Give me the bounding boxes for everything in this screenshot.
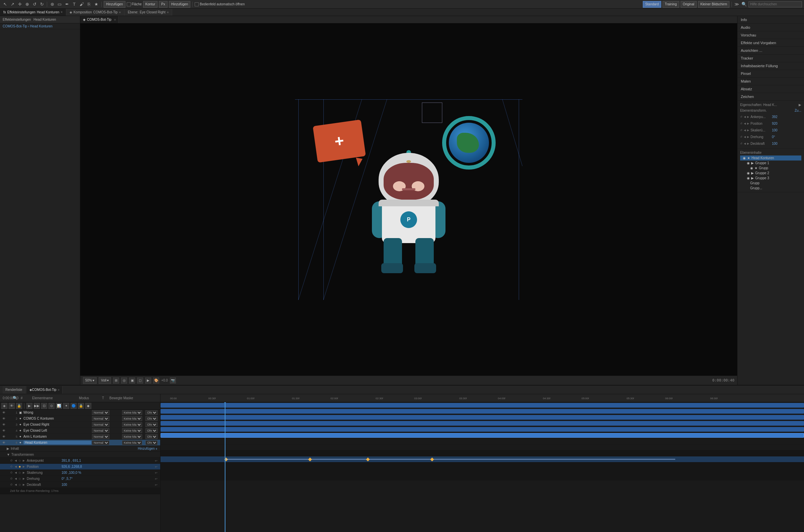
keyframe-pos-2[interactable] <box>308 457 312 461</box>
ankerpunkt-keyframe-add[interactable]: ◇ <box>19 459 21 462</box>
preview-btn[interactable]: ▶ <box>145 378 151 383</box>
scale-keyframe-prev[interactable]: ◀ <box>15 471 17 474</box>
snapshot-btn[interactable]: 📷 <box>170 378 176 383</box>
playhead[interactable] <box>225 402 225 532</box>
op2-keyframe-add[interactable]: ◇ <box>19 483 21 486</box>
layer-2-mode[interactable]: Normal <box>92 416 115 421</box>
layer-4-mode-select[interactable]: Normal <box>92 428 109 433</box>
layer-row-3[interactable]: 👁 3 ✦ Eye Closed Right Normal Keine Mas … <box>0 422 160 428</box>
scale-keyframe-nav-right[interactable]: ▶ <box>747 129 749 132</box>
rot-stopwatch-icon[interactable]: ⏱ <box>10 477 13 480</box>
effects-panel-item[interactable]: Effekte und Vorgaben <box>738 39 804 47</box>
transform-link[interactable]: Zu... <box>795 109 801 112</box>
layer-1-blend[interactable]: Ohne <box>146 410 159 415</box>
audio-panel-item[interactable]: Audio <box>738 24 804 32</box>
layer-tree-gruppe3[interactable]: ◉ ▶ Gruppe 3 <box>740 175 801 180</box>
ankerpunkt-keyframe-prev[interactable]: ◀ <box>15 459 17 462</box>
scale-reset-icon[interactable]: ↺ <box>740 129 743 132</box>
stamp-tool-icon[interactable]: ⎘ <box>86 1 92 7</box>
auto-open-checkbox[interactable]: Bedienfeld automatisch öffnen <box>195 2 245 6</box>
paint-panel-item[interactable]: Malen <box>738 78 804 85</box>
rot-reset-icon[interactable]: ↺ <box>740 135 743 138</box>
op2-keyframe-next[interactable]: ▶ <box>23 483 25 486</box>
layer-3-blend-select[interactable]: Ohne <box>146 422 157 427</box>
move-tool-icon[interactable]: ✛ <box>17 1 23 7</box>
gruppe1-expand-icon[interactable]: ▶ <box>751 161 754 165</box>
scale-keyframe-next[interactable]: ▶ <box>23 471 25 474</box>
layer-4-mask-select[interactable]: Keine Mas <box>122 428 142 433</box>
layer-3-name[interactable]: Eye Closed Right <box>23 423 91 426</box>
zoom-tool-icon[interactable]: ⊕ <box>24 1 30 7</box>
preview-panel-item[interactable]: Vorschau <box>738 32 804 39</box>
position-stopwatch-icon[interactable]: ⏱ <box>10 465 13 468</box>
layer-2-blend[interactable]: Ohne <box>146 416 159 421</box>
op2-stopwatch-icon[interactable]: ⏱ <box>10 483 13 486</box>
quality-control[interactable]: Voll ▾ <box>99 377 111 384</box>
tl-tab-renderliste[interactable]: Renderliste <box>3 386 25 394</box>
keyframe-pos-3[interactable] <box>366 457 369 461</box>
inhalt-section[interactable]: ▶ Inhalt Hinzufügen + <box>0 446 160 452</box>
position-value[interactable]: 926,6 ,1268,8 <box>61 465 82 469</box>
solo-btn[interactable]: 🔵 <box>71 403 77 409</box>
layer-4-name[interactable]: Eye Closed Left <box>23 429 91 432</box>
anchor-value[interactable]: 392 <box>772 115 778 119</box>
layer-2-mask-select[interactable]: Keine Mas <box>122 416 142 421</box>
rot-keyframe-nav-left[interactable]: ◀ <box>744 135 746 138</box>
brush-tool-icon[interactable]: 🖌 <box>79 1 84 7</box>
ankerpunkt-value[interactable]: 391,8 , 691,1 <box>61 459 81 462</box>
color-btn[interactable]: 🎨 <box>153 378 159 383</box>
layer-3-mask[interactable]: Keine Mas <box>122 422 145 427</box>
small-screen-btn[interactable]: Kleiner Bildschirm <box>698 1 729 8</box>
layer-tree-gruppe2[interactable]: ◉ ▶ Gruppe 2 <box>740 171 801 175</box>
scale-prop-value[interactable]: 100 ,100,0 % <box>61 471 81 474</box>
layer-6-mask[interactable]: Keine Mas <box>122 440 145 445</box>
layer-4-blend[interactable]: Ohne <box>146 428 159 433</box>
op-keyframe-nav-left[interactable]: ◀ <box>744 142 746 145</box>
layer-6-mode-select[interactable]: Normal <box>92 440 109 445</box>
layer-5-mode[interactable]: Normal <box>92 434 115 439</box>
layer-6-vis-toggle[interactable]: 👁 <box>1 441 6 444</box>
layer-3-mode-select[interactable]: Normal <box>92 422 109 427</box>
layer-2-mask[interactable]: Keine Mas <box>122 416 145 421</box>
ankerpunkt-stopwatch-icon[interactable]: ⏱ <box>10 459 13 462</box>
pos-keyframe-nav-right[interactable]: ▶ <box>747 122 749 125</box>
layer-6-mode[interactable]: Normal <box>92 440 115 445</box>
anchor-reset-icon[interactable]: ↺ <box>740 115 743 118</box>
scale-keyframe-nav-left[interactable]: ◀ <box>744 129 746 132</box>
auto-open-input[interactable] <box>195 2 199 6</box>
toggle-solo-btn[interactable]: ◈ <box>1 403 7 409</box>
position-reset-icon[interactable]: ↩ <box>155 465 157 469</box>
search-icon-tl[interactable]: 🔍 <box>13 396 19 400</box>
position-keyframe-prev[interactable]: ◀ <box>15 465 17 468</box>
tab-close-effects[interactable]: ≡ <box>60 11 62 14</box>
arrow-tool-icon[interactable]: ↖ <box>2 1 8 7</box>
layer-tree-gruppe3-sub[interactable]: Grupp <box>740 180 801 186</box>
hinzufuegen-plus-icon[interactable]: + <box>155 447 157 451</box>
tab-ebene[interactable]: Ebene: Eye Closed Right ≡ <box>125 9 172 16</box>
vp-tab-close[interactable]: ≡ <box>114 18 116 21</box>
tab-effekteinstellungen[interactable]: fx Effekteinstellungen Head Konturen ≡ <box>0 9 66 16</box>
layer-1-vis-toggle[interactable]: 👁 <box>1 411 6 414</box>
rot-keyframe-nav-right[interactable]: ▶ <box>747 135 749 138</box>
original-workspace-btn[interactable]: Original <box>681 1 697 8</box>
layer-6-blend[interactable]: Ohne <box>146 440 159 445</box>
layer-5-vis-toggle[interactable]: 👁 <box>1 435 6 438</box>
puppet-tool-icon[interactable]: ★ <box>93 1 99 7</box>
viewport[interactable]: + <box>80 23 737 376</box>
layer-2-name[interactable]: COMOS C Konturen <box>23 417 91 420</box>
add-mark-btn[interactable]: ✦ <box>63 403 69 409</box>
layer-6-mask-select[interactable]: Keine Mas <box>122 440 142 445</box>
grid-btn[interactable]: ⊞ <box>113 378 119 383</box>
layer-4-blend-select[interactable]: Ohne <box>146 428 157 433</box>
content-fill-panel-item[interactable]: Inhaltsbasierte Füllung <box>738 62 804 70</box>
position-value[interactable]: 920 <box>772 122 778 126</box>
rotation-value[interactable]: 0° <box>772 135 775 139</box>
ausrichten-btn[interactable]: Hinzufügen <box>104 1 126 8</box>
properties-expand-icon[interactable]: ▶ <box>799 103 801 107</box>
layer-row-2[interactable]: 👁 2 ✦ COMOS C Konturen Normal Keine Mas … <box>0 416 160 422</box>
tab-close-comp[interactable]: ≡ <box>119 11 121 14</box>
resolution-btn[interactable]: ▣ <box>129 378 135 383</box>
layer-4-mask[interactable]: Keine Mas <box>122 428 145 433</box>
layer-5-mode-select[interactable]: Normal <box>92 434 109 439</box>
layer-1-mask-select[interactable]: Keine Mas <box>122 410 142 415</box>
